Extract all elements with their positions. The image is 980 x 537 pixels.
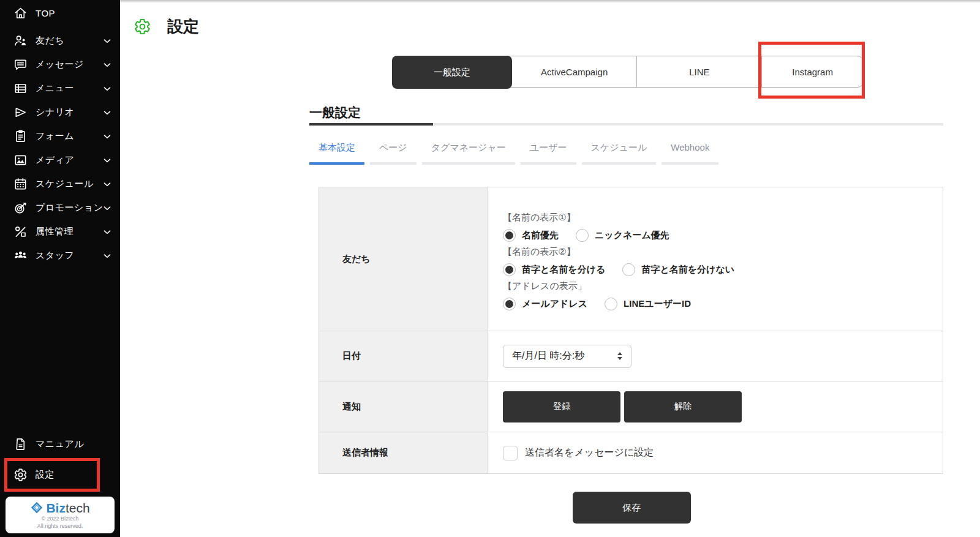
tab-line[interactable]: LINE xyxy=(637,56,762,87)
subtab-basic[interactable]: 基本設定 xyxy=(309,142,364,165)
sidebar-item-media[interactable]: メディア xyxy=(0,148,120,172)
radio-selected-icon[interactable] xyxy=(503,263,516,276)
group-heading: 【名前の表示①】 xyxy=(503,212,930,223)
home-icon xyxy=(12,6,28,21)
menu-icon xyxy=(12,81,28,96)
sidebar-item-staff[interactable]: スタッフ xyxy=(0,244,120,268)
settings-gear-icon xyxy=(134,18,151,36)
checkbox-label: 送信者名をメッセージに設定 xyxy=(525,446,654,459)
page-title: 設定 xyxy=(167,16,199,37)
save-button[interactable]: 保存 xyxy=(573,492,691,524)
schedule-icon xyxy=(12,177,28,192)
sidebar-item-menu[interactable]: メニュー xyxy=(0,77,120,100)
subtab-schedule[interactable]: スケジュール xyxy=(582,142,657,165)
subtab-webhook[interactable]: Webhook xyxy=(662,142,718,165)
radio-option-line-user-id[interactable]: LINEユーザーID xyxy=(605,298,691,310)
table-row-notify: 通知 登録 解除 xyxy=(319,381,943,432)
sidebar-item-label: 属性管理 xyxy=(36,226,74,238)
sidebar-item-label: 友だち xyxy=(36,35,64,47)
sidebar-item-label: 設定 xyxy=(36,469,55,481)
chevron-down-icon[interactable] xyxy=(102,250,113,261)
sidebar-item-manual[interactable]: マニュアル xyxy=(0,432,120,456)
radio-selected-icon[interactable] xyxy=(503,229,516,242)
attribute-icon xyxy=(12,225,28,239)
settings-table: 友だち 【名前の表示①】 名前優先 ニックネーム優先 【名前の表示②】 xyxy=(318,187,943,474)
sidebar-item-label: プロモーション xyxy=(36,202,104,214)
table-row-sender: 送信者情報 送信者名をメッセージに設定 xyxy=(319,432,943,473)
subtab-user[interactable]: ユーザー xyxy=(521,142,576,165)
biztech-gem-icon xyxy=(30,501,43,514)
sidebar-item-scenario[interactable]: シナリオ xyxy=(0,100,120,124)
promotion-icon xyxy=(12,201,28,216)
platform-tab-bar: 一般設定 ActiveCampaign LINE Instagram xyxy=(392,56,864,88)
chevron-down-icon[interactable] xyxy=(102,203,113,214)
sidebar-item-schedule[interactable]: スケジュール xyxy=(0,172,120,196)
chevron-down-icon[interactable] xyxy=(102,59,113,70)
subtab-tag-manager[interactable]: タグマネージャー xyxy=(422,142,515,165)
main-content: 設定 一般設定 ActiveCampaign LINE Instagram 一般… xyxy=(120,0,980,537)
rights-text: All rights reserved. xyxy=(37,523,83,529)
row-label: 送信者情報 xyxy=(319,432,488,473)
tab-activecampaign[interactable]: ActiveCampaign xyxy=(512,56,638,87)
message-icon xyxy=(12,58,28,72)
sidebar-item-settings[interactable]: 設定 xyxy=(0,462,120,487)
chevron-down-icon[interactable] xyxy=(102,227,113,238)
radio-option-nickname-priority[interactable]: ニックネーム優先 xyxy=(576,229,669,242)
brand-logo-card: Biztech © 2022 Biztech All rights reserv… xyxy=(6,497,115,533)
sidebar-item-label: シナリオ xyxy=(36,107,74,118)
sidebar-item-label: メニュー xyxy=(36,83,74,94)
sidebar-item-label: フォーム xyxy=(36,130,74,142)
section-title-rule xyxy=(309,123,943,126)
chevron-down-icon[interactable] xyxy=(102,83,113,94)
sidebar-item-promotion[interactable]: プロモーション xyxy=(0,196,120,220)
radio-unselected-icon[interactable] xyxy=(576,229,589,242)
sidebar-item-top[interactable]: TOP xyxy=(0,1,120,25)
radio-unselected-icon[interactable] xyxy=(622,263,635,276)
subtab-bar: 基本設定 ページ タグマネージャー ユーザー スケジュール Webhook xyxy=(309,142,724,165)
friends-icon xyxy=(12,34,28,48)
tab-instagram[interactable]: Instagram xyxy=(762,56,863,87)
sender-name-checkbox[interactable] xyxy=(503,446,518,460)
media-icon xyxy=(12,153,28,168)
section-title: 一般設定 xyxy=(309,104,361,121)
chevron-down-icon[interactable] xyxy=(102,155,113,166)
row-label: 友だち xyxy=(319,187,488,331)
table-row-friends: 友だち 【名前の表示①】 名前優先 ニックネーム優先 【名前の表示②】 xyxy=(319,187,943,331)
page-header: 設定 xyxy=(134,16,199,37)
date-format-select[interactable]: 年/月/日 時:分:秒 xyxy=(503,345,631,368)
row-label: 通知 xyxy=(319,381,488,432)
sidebar-item-form[interactable]: フォーム xyxy=(0,124,120,148)
unregister-button[interactable]: 解除 xyxy=(624,391,742,422)
sidebar-item-message[interactable]: メッセージ xyxy=(0,53,120,77)
radio-option-email-address[interactable]: メールアドレス xyxy=(503,298,587,310)
brand-name: Biztech xyxy=(46,501,89,514)
radio-option-split-name[interactable]: 苗字と名前を分ける xyxy=(503,263,605,276)
radio-selected-icon[interactable] xyxy=(503,298,516,310)
chevron-down-icon[interactable] xyxy=(102,107,113,118)
copyright-text: © 2022 Biztech xyxy=(41,516,78,522)
row-label: 日付 xyxy=(319,331,488,381)
sidebar: TOP 友だち メッセージ メニュー xyxy=(0,0,120,537)
sidebar-item-label: メディア xyxy=(36,154,74,166)
manual-icon xyxy=(12,437,28,451)
sidebar-item-attributes[interactable]: 属性管理 xyxy=(0,220,120,244)
register-button[interactable]: 登録 xyxy=(503,391,620,422)
group-heading: 【アドレスの表示」 xyxy=(503,280,930,292)
sidebar-item-label: スタッフ xyxy=(36,250,74,261)
chevron-down-icon[interactable] xyxy=(102,131,113,142)
sidebar-item-friends[interactable]: 友だち xyxy=(0,29,120,53)
radio-unselected-icon[interactable] xyxy=(605,298,617,310)
radio-option-no-split-name[interactable]: 苗字と名前を分けない xyxy=(622,263,734,276)
subtab-page[interactable]: ページ xyxy=(370,142,417,165)
staff-icon xyxy=(12,249,28,263)
radio-option-name-priority[interactable]: 名前優先 xyxy=(503,229,559,242)
chevron-down-icon[interactable] xyxy=(102,36,113,47)
sidebar-item-label: TOP xyxy=(36,8,55,18)
sidebar-item-label: マニュアル xyxy=(36,438,84,450)
chevron-down-icon[interactable] xyxy=(102,179,113,190)
tab-general-settings[interactable]: 一般設定 xyxy=(392,56,512,89)
table-row-date: 日付 年/月/日 時:分:秒 xyxy=(319,331,943,381)
form-icon xyxy=(12,129,28,144)
group-heading: 【名前の表示②】 xyxy=(503,246,930,258)
sidebar-item-label: スケジュール xyxy=(36,178,94,190)
